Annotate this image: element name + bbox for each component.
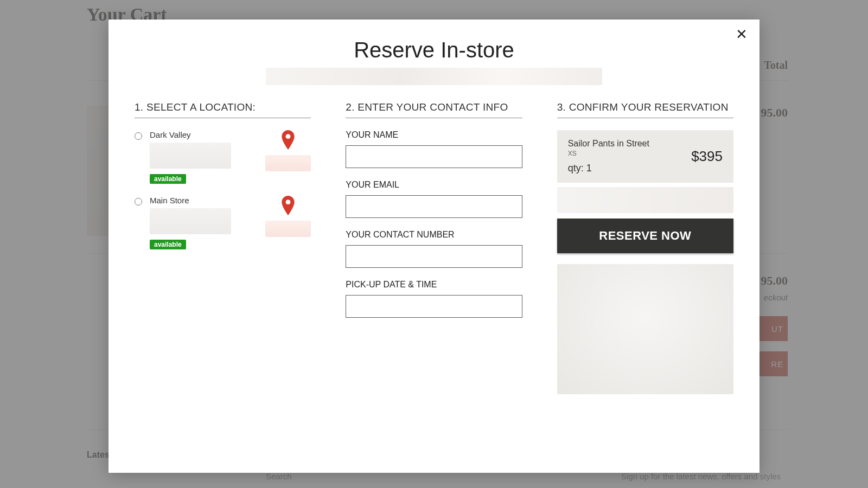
location-radio[interactable] <box>135 132 142 140</box>
map-pin-icon <box>281 208 295 217</box>
summary-size: XS <box>568 150 649 157</box>
location-option[interactable]: Main Store available <box>135 196 311 249</box>
email-label: YOUR EMAIL <box>346 180 522 190</box>
summary-spacer <box>557 187 733 213</box>
select-location-column: 1. SELECT A LOCATION: Dark Valley availa… <box>135 101 311 394</box>
close-icon[interactable]: ✕ <box>736 27 748 41</box>
modal-title: Reserve In-store <box>135 38 733 62</box>
svg-point-0 <box>286 134 291 139</box>
pickup-label: PICK-UP DATE & TIME <box>346 280 522 290</box>
summary-product-name: Sailor Pants in Street <box>568 139 649 149</box>
map-pin-icon <box>281 142 295 151</box>
location-address-placeholder <box>150 208 231 234</box>
phone-label: YOUR CONTACT NUMBER <box>346 230 522 240</box>
availability-badge: available <box>150 240 186 249</box>
location-name: Main Store <box>150 196 258 205</box>
reservation-summary: Sailor Pants in Street XS qty: 1 $395 <box>557 130 733 183</box>
summary-footer-placeholder <box>557 264 733 394</box>
location-map-thumb[interactable] <box>265 155 311 171</box>
location-map-thumb[interactable] <box>265 221 311 237</box>
location-name: Dark Valley <box>150 130 258 139</box>
location-address-placeholder <box>150 143 231 169</box>
email-input[interactable] <box>346 195 522 218</box>
name-input[interactable] <box>346 145 522 168</box>
contact-info-heading: 2. ENTER YOUR CONTACT INFO <box>346 101 522 118</box>
confirm-column: 3. CONFIRM YOUR RESERVATION Sailor Pants… <box>557 101 733 394</box>
name-label: YOUR NAME <box>346 130 522 140</box>
pickup-input[interactable] <box>346 295 522 318</box>
modal-banner-placeholder <box>266 68 602 85</box>
location-radio[interactable] <box>135 198 142 206</box>
svg-point-1 <box>286 200 291 204</box>
phone-input[interactable] <box>346 245 522 268</box>
confirm-heading: 3. CONFIRM YOUR RESERVATION <box>557 101 733 118</box>
select-location-heading: 1. SELECT A LOCATION: <box>135 101 311 118</box>
reserve-now-button[interactable]: RESERVE NOW <box>557 219 733 253</box>
summary-price: $395 <box>691 148 723 165</box>
availability-badge: available <box>150 174 186 184</box>
contact-info-column: 2. ENTER YOUR CONTACT INFO YOUR NAME YOU… <box>346 101 522 394</box>
summary-qty: qty: 1 <box>568 163 649 174</box>
reserve-modal: ✕ Reserve In-store 1. SELECT A LOCATION:… <box>108 20 760 473</box>
location-option[interactable]: Dark Valley available <box>135 130 311 184</box>
